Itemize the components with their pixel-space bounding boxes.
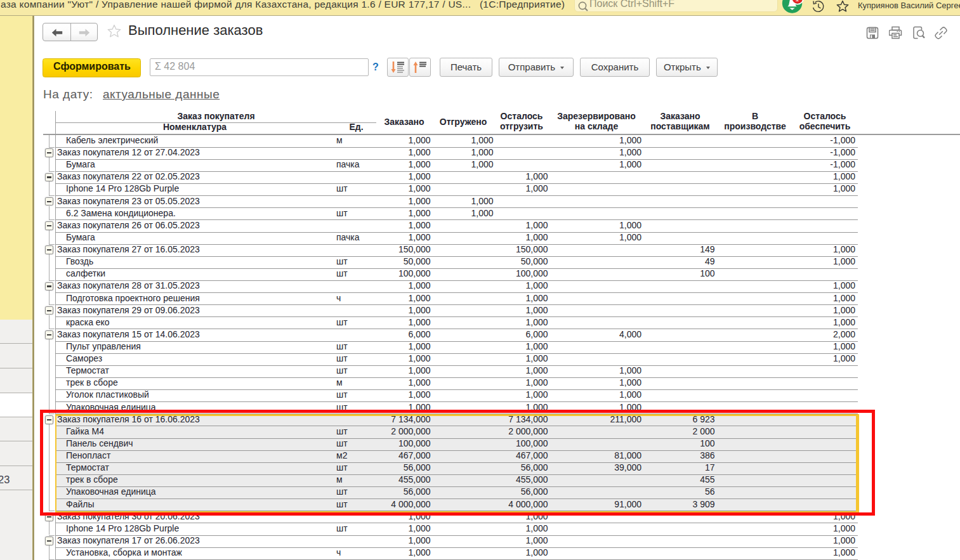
svg-text:1: 1 xyxy=(795,0,799,3)
